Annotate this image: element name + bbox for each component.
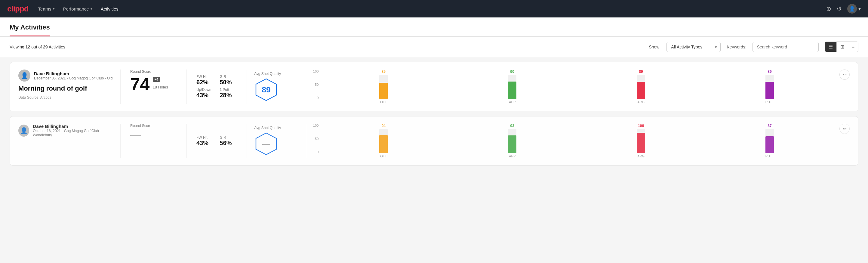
add-button[interactable]: ⊕ [826, 5, 831, 12]
round-score-label: Round Score [130, 124, 177, 128]
bar-ott: 85 OTT [323, 69, 444, 104]
quality-content: 89 [254, 78, 278, 102]
viewing-mid: out of [30, 45, 43, 49]
user-date: October 16, 2021 - Gog Magog Golf Club -… [33, 129, 113, 137]
nav-item-teams[interactable]: Teams ▾ [38, 6, 55, 11]
fw-hit-value: 43% [196, 140, 214, 147]
nav-activities-label: Activities [101, 6, 119, 11]
bar-wrapper [379, 75, 388, 99]
edit-button[interactable]: ✏ [839, 124, 850, 134]
gir-stat: GIR 56% [220, 136, 237, 147]
bar-x-label: OTT [380, 154, 387, 158]
user-name: Dave Billingham [34, 71, 113, 76]
edit-button[interactable]: ✏ [839, 69, 850, 80]
holes-label: 18 Holes [153, 85, 168, 89]
bar-ott: 94 OTT [323, 124, 444, 158]
bar-value-label: 89 [768, 69, 771, 74]
nav-items: Teams ▾ Performance ▾ Activities [38, 6, 816, 11]
bar-arg: 106 ARG [581, 124, 701, 158]
nav-item-performance[interactable]: Performance ▾ [63, 6, 92, 11]
bar-wrapper [508, 75, 517, 99]
one-putt-label: 1 Putt [220, 88, 237, 92]
table-view-button[interactable]: ≡ [848, 42, 858, 52]
card-user-info: 👤 Dave Billingham October 16, 2021 - Gog… [18, 124, 121, 158]
show-label: Show: [649, 45, 660, 49]
user-name: Dave Billingham [33, 124, 113, 129]
bar-fill [379, 135, 388, 153]
avg-shot-quality-label: Avg Shot Quality [254, 71, 281, 76]
person-icon: 👤 [849, 6, 855, 12]
bar-x-label: OTT [380, 100, 387, 104]
nav-actions: ⊕ ↺ 👤 ▾ [826, 4, 861, 13]
refresh-icon: ↺ [837, 5, 842, 12]
viewing-number: 12 [26, 45, 30, 49]
big-score: — [130, 130, 141, 141]
chevron-down-icon: ▾ [53, 7, 55, 11]
avatar: 👤 [18, 69, 30, 82]
shot-quality-chart: 100 50 0 85 OTT [307, 69, 836, 104]
bar-value-label: 94 [382, 124, 385, 128]
page-header: My Activities [0, 18, 868, 37]
card-user-info: 👤 Dave Billingham December 05, 2021 - Go… [18, 69, 121, 104]
keyword-search-input[interactable] [752, 42, 819, 52]
bar-fill [637, 82, 645, 99]
bar-x-label: PUTT [766, 100, 774, 104]
fw-hit-stat: FW Hit 43% [196, 136, 214, 147]
bar-x-label: APP [509, 100, 516, 104]
activity-type-select[interactable]: All Activity Types [666, 42, 721, 52]
view-toggle: ☰ ⊞ ≡ [825, 41, 858, 52]
grid-view-button[interactable]: ⊞ [837, 42, 848, 52]
big-score: 74 [130, 76, 150, 93]
bars-group: 94 OTT 93 [323, 124, 830, 158]
bar-putt: 89 PUTT [710, 69, 830, 104]
person-icon: 👤 [20, 127, 28, 134]
list-icon: ☰ [829, 44, 833, 49]
grid-icon: ⊞ [840, 44, 844, 49]
bar-arg: 89 ARG [581, 69, 701, 104]
page-title: My Activities [10, 18, 50, 36]
bar-wrapper [637, 129, 645, 153]
fw-hit-stat: FW Hit 62% [196, 75, 214, 86]
bar-wrapper [508, 129, 517, 153]
avatar: 👤 [18, 124, 29, 137]
viewing-suffix: Activities [48, 45, 65, 49]
bar-wrapper [766, 129, 774, 153]
keywords-label: Keywords: [726, 45, 746, 49]
navbar: clippd Teams ▾ Performance ▾ Activities … [0, 0, 868, 18]
bar-value-label: 90 [510, 69, 514, 74]
avg-shot-quality-section: Avg Shot Quality — [247, 124, 307, 158]
y-label-0: 0 [317, 150, 318, 154]
app-logo: clippd [7, 4, 29, 13]
hex-score-value: — [262, 139, 270, 149]
data-source: Data Source: Arccos [18, 95, 113, 99]
bar-x-label: ARG [637, 100, 645, 104]
hex-score-display: — [254, 132, 278, 156]
list-view-button[interactable]: ☰ [825, 42, 837, 52]
user-menu-button[interactable]: 👤 ▾ [847, 4, 861, 13]
filter-bar: Viewing 12 out of 29 Activities Show: Al… [0, 37, 868, 57]
table-icon: ≡ [852, 44, 855, 49]
bar-value-label: 106 [638, 124, 644, 128]
stats-section: FW Hit 62% GIR 50% Up/Down 43% 1 Putt 28… [187, 69, 247, 104]
bar-wrapper [637, 75, 645, 99]
y-label-0: 0 [317, 96, 318, 99]
bar-fill [766, 136, 774, 153]
shot-quality-chart: 100 50 0 94 OTT [307, 124, 836, 158]
bar-x-label: ARG [637, 154, 645, 158]
gir-stat: GIR 50% [220, 75, 237, 86]
round-score-section: Round Score — [121, 124, 187, 158]
nav-performance-label: Performance [63, 6, 89, 11]
nav-item-activities[interactable]: Activities [101, 6, 119, 11]
bar-value-label: 93 [510, 124, 514, 128]
bar-x-label: PUTT [766, 154, 774, 158]
viewing-total: 29 [43, 45, 48, 49]
chevron-down-icon: ▾ [858, 6, 861, 12]
refresh-button[interactable]: ↺ [837, 5, 842, 12]
bars-group: 85 OTT 90 [323, 69, 830, 104]
score-badge: +4 [153, 77, 160, 82]
bar-app: 90 APP [452, 69, 572, 104]
fw-hit-value: 62% [196, 79, 214, 86]
bar-value-label: 87 [768, 124, 771, 128]
avg-shot-quality-section: Avg Shot Quality 89 [247, 69, 307, 104]
activity-card: 👤 Dave Billingham October 16, 2021 - Gog… [10, 116, 858, 166]
